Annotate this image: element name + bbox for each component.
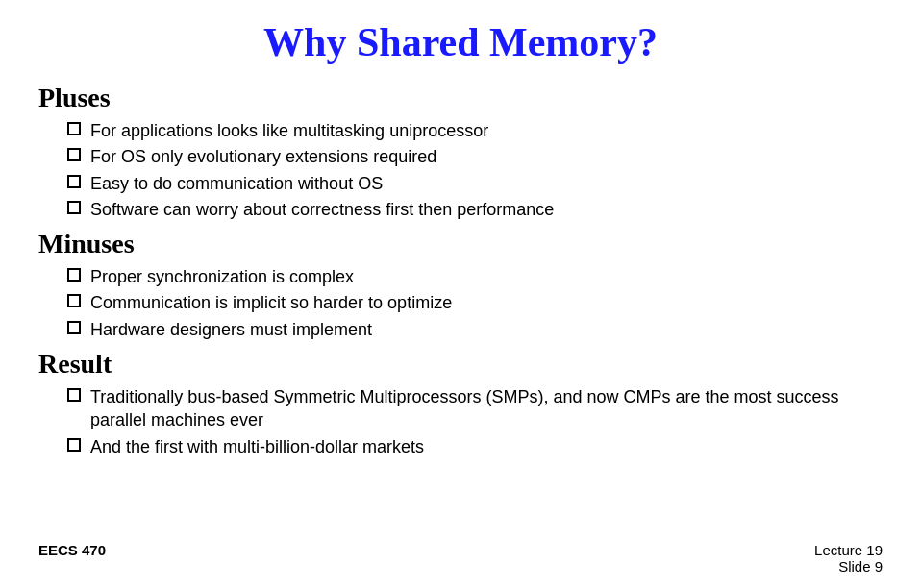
bullet-text: Proper synchronization is complex xyxy=(90,265,354,288)
slide-title: Why Shared Memory? xyxy=(38,19,883,65)
bullet-icon xyxy=(67,201,81,214)
list-item: Software can worry about correctness fir… xyxy=(67,198,883,221)
bullet-text: For OS only evolutionary extensions requ… xyxy=(90,145,436,168)
bullet-icon xyxy=(67,148,81,161)
pluses-list: For applications looks like multitasking… xyxy=(67,119,883,221)
bullet-text: For applications looks like multitasking… xyxy=(90,119,488,142)
list-item: And the first with multi-billion-dollar … xyxy=(67,435,883,458)
bullet-icon xyxy=(67,388,81,402)
footer-lecture: Lecture 19 Slide 9 xyxy=(814,542,883,575)
bullet-text: Communication is implicit so harder to o… xyxy=(90,291,452,314)
bullet-text: Software can worry about correctness fir… xyxy=(90,198,554,221)
bullet-text: Traditionally bus-based Symmetric Multip… xyxy=(90,385,883,432)
bullet-text: Easy to do communication without OS xyxy=(90,172,383,195)
list-item: Hardware designers must implement xyxy=(67,318,883,341)
bullet-icon xyxy=(67,438,81,452)
bullet-icon xyxy=(67,122,81,135)
bullet-text: Hardware designers must implement xyxy=(90,318,372,341)
bullet-icon xyxy=(67,294,81,307)
footer-slide-line2: Slide 9 xyxy=(814,558,883,575)
list-item: Proper synchronization is complex xyxy=(67,265,883,288)
bullet-icon xyxy=(67,321,81,334)
section-heading-minuses: Minuses xyxy=(38,229,883,259)
section-heading-pluses: Pluses xyxy=(38,83,883,113)
bullet-icon xyxy=(67,175,81,188)
slide-footer: EECS 470 Lecture 19 Slide 9 xyxy=(0,542,921,575)
bullet-icon xyxy=(67,268,81,282)
footer-course: EECS 470 xyxy=(38,542,106,575)
bullet-text: And the first with multi-billion-dollar … xyxy=(90,435,424,458)
footer-lecture-line1: Lecture 19 xyxy=(814,542,883,558)
slide: Why Shared Memory? Pluses For applicatio… xyxy=(0,0,921,588)
list-item: For applications looks like multitasking… xyxy=(67,119,883,142)
section-heading-result: Result xyxy=(38,349,883,380)
list-item: Easy to do communication without OS xyxy=(67,172,883,195)
list-item: Communication is implicit so harder to o… xyxy=(67,291,883,314)
result-list: Traditionally bus-based Symmetric Multip… xyxy=(67,385,883,458)
minuses-list: Proper synchronization is complex Commun… xyxy=(67,265,883,341)
list-item: Traditionally bus-based Symmetric Multip… xyxy=(67,385,883,432)
list-item: For OS only evolutionary extensions requ… xyxy=(67,145,883,168)
